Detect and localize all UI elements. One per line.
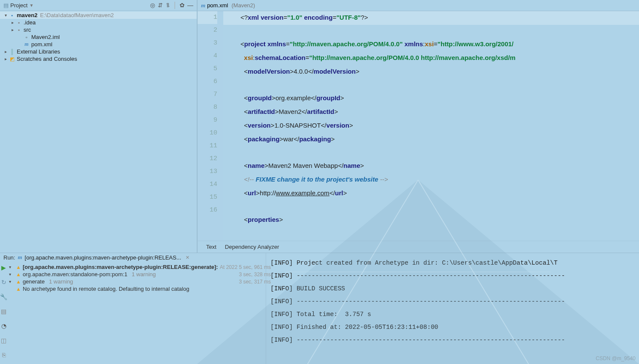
run-tree-row[interactable]: ▾ ▲ [org.apache.maven.plugins:maven-arch… (7, 263, 276, 271)
chevron-down-icon[interactable]: ▾ (9, 279, 14, 284)
warn-icon: ▲ (16, 279, 21, 285)
chevron-right-icon[interactable]: ▸ (3, 49, 9, 54)
warn-icon: ▲ (16, 264, 21, 270)
iml-icon: ▫ (23, 34, 30, 40)
run-icon-toolbar: ▶ ↻ 🔧 ▤ ◔ ◫ ⎘ (0, 262, 7, 364)
layout-icon[interactable]: ▤ (1, 308, 6, 315)
chevron-right-icon[interactable]: ▸ (9, 20, 15, 25)
run-tree[interactable]: ▾ ▲ [org.apache.maven.plugins:maven-arch… (7, 262, 276, 364)
exit-icon[interactable]: ⎘ (2, 352, 6, 358)
wrench-icon[interactable]: 🔧 (0, 293, 7, 300)
run-console-output[interactable]: [INFO] Project created from Archetype in… (266, 253, 639, 364)
close-icon[interactable]: ✕ (186, 255, 189, 260)
run-tree-row[interactable]: ▾ ▲ org.apache.maven:standalone-pom:pom:… (7, 271, 276, 278)
maven-icon: m (23, 41, 30, 48)
module-icon: ▪ (9, 12, 15, 18)
run-header: Run: m [org.apache.maven.plugins:maven-a… (0, 253, 266, 262)
editor-bottom-tabs: Text Dependency Analyzer (198, 241, 639, 253)
run-left-panel: Run: m [org.apache.maven.plugins:maven-a… (0, 253, 266, 364)
gear-icon[interactable]: ✿ (180, 2, 185, 9)
folder-icon: ▪ (15, 27, 22, 33)
tree-item-idea[interactable]: ▸ ▪ .idea (0, 19, 197, 26)
code-lines[interactable]: <?xml version="1.0" encoding="UTF-8"?> <… (223, 11, 639, 241)
chevron-down-icon[interactable]: ▾ (3, 13, 9, 18)
chevron-down-icon[interactable]: ▼ (29, 3, 33, 8)
chevron-down-icon[interactable]: ▾ (9, 265, 14, 269)
subtab-text[interactable]: Text (206, 244, 216, 250)
chevron-right-icon[interactable]: ▸ (3, 57, 9, 61)
code-area[interactable]: 12345678910111213141516 <?xml version="1… (198, 11, 639, 241)
scratches-icon: ◩ (9, 56, 15, 62)
tab-subtitle: (Maven2) (231, 2, 255, 9)
collapse-all-icon[interactable]: ⥮ (165, 2, 171, 9)
editor-tab-pom[interactable]: m pom.xml (Maven2) (201, 2, 255, 9)
run-tool-window: Run: m [org.apache.maven.plugins:maven-a… (0, 253, 639, 364)
tree-item-iml[interactable]: ▫ Maven2.iml (0, 33, 197, 41)
project-label[interactable]: Project (10, 2, 27, 9)
editor-tabs: m pom.xml (Maven2) (198, 0, 639, 11)
watermark: CSDN @m_9540 (596, 355, 636, 361)
chevron-down-icon[interactable]: ▾ (9, 272, 14, 277)
camera-icon[interactable]: ◫ (1, 337, 6, 344)
line-gutter: 12345678910111213141516 (198, 11, 223, 241)
hide-icon[interactable]: — (187, 2, 193, 9)
warn-icon: ▲ (16, 286, 21, 292)
project-icon: ▤ (3, 2, 9, 9)
editor-area: m pom.xml (Maven2) 123456789101112131415… (197, 0, 639, 253)
warn-icon: ▲ (16, 272, 21, 277)
chevron-right-icon[interactable]: ▸ (9, 27, 15, 32)
tree-item-external-libs[interactable]: ▸ ║ External Libraries (0, 48, 197, 55)
target-icon[interactable]: ◎ (150, 2, 155, 9)
run-config-title[interactable]: [org.apache.maven.plugins:maven-archetyp… (25, 254, 181, 261)
tab-filename: pom.xml (207, 2, 228, 9)
run-tree-row[interactable]: ▲ No archetype found in remote catalog. … (7, 285, 276, 292)
maven-icon: m (18, 254, 22, 261)
tree-root[interactable]: ▾ ▪ maven2 E:\Data\dataofMaven\maven2 (0, 12, 197, 19)
tree-item-src[interactable]: ▸ ▪ src (0, 26, 197, 33)
expand-all-icon[interactable]: ⇵ (158, 2, 163, 9)
divider: │ (173, 2, 177, 9)
play-icon[interactable]: ▶ (1, 264, 6, 271)
libraries-icon: ║ (9, 49, 15, 55)
run-tree-row[interactable]: ▾ ▲ generate 1 warning 3 sec, 317 ms (7, 278, 276, 285)
tree-item-pom[interactable]: m pom.xml (0, 41, 197, 48)
folder-icon: ▪ (15, 20, 22, 26)
pin-icon[interactable]: ◔ (1, 322, 6, 329)
maven-icon: m (201, 2, 205, 9)
project-tree[interactable]: ▾ ▪ maven2 E:\Data\dataofMaven\maven2 ▸ … (0, 11, 197, 253)
project-tool-header: ▤ Project ▼ ◎ ⇵ ⥮ │ ✿ — (0, 0, 197, 11)
tree-item-scratches[interactable]: ▸ ◩ Scratches and Consoles (0, 55, 197, 63)
project-sidebar: ▤ Project ▼ ◎ ⇵ ⥮ │ ✿ — ▾ ▪ maven2 E:\Da… (0, 0, 197, 253)
run-label: Run: (3, 254, 15, 261)
subtab-dependency-analyzer[interactable]: Dependency Analyzer (225, 244, 279, 250)
rerun-icon[interactable]: ↻ (1, 279, 6, 286)
